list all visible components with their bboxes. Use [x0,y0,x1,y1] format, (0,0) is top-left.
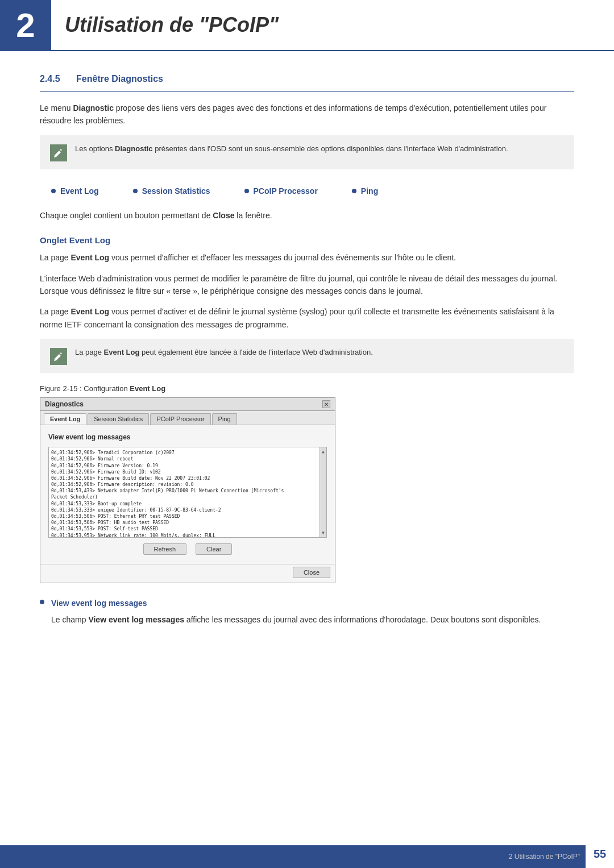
diagnostics-window: Diagnostics ✕ Event Log Session Statisti… [40,397,335,583]
tab-session-statistics[interactable]: Session Statistics [88,413,149,425]
chapter-number-block: 2 [0,0,51,51]
subsection-heading: Onglet Event Log [40,235,574,246]
refresh-button[interactable]: Refresh [143,543,187,555]
log-line-4: 0d,01:34:52,906> Firmware Build ID: v102 [51,469,316,475]
bullet-dot-4 [352,189,356,193]
view-event-text: Le champ View event log messages affiche… [51,613,541,626]
section-heading: 2.4.5 Fenêtre Diagnostics [40,74,574,84]
page-number-badge: 55 [586,840,614,868]
bullet-label-pcoip-processor: PCoIP Processor [254,186,318,196]
log-line-3: 0d,01:34:52,906> Firmware Version: 0.19 [51,463,316,469]
note-box-1: Les options Diagnostic présentes dans l'… [40,135,574,169]
chapter-title-block: Utilisation de "PCoIP" [51,0,614,51]
diag-log-area[interactable]: 0d,01:34:52,906> Teradici Corporation (c… [48,447,327,538]
main-content: 2.4.5 Fenêtre Diagnostics Le menu Diagno… [0,51,614,675]
note-text-2: La page Event Log peut également être la… [75,347,373,358]
bullet-session-stats: Session Statistics [133,186,210,196]
event-log-para2: L'interface Web d'administration vous pe… [40,272,574,298]
tab-pcoip-processor[interactable]: PCoIP Processor [150,413,210,425]
footer-text: 2 Utilisation de "PCoIP" [509,853,580,861]
log-line-10: 0d,01:34:53,333> unique Identifier: 00-1… [51,507,316,513]
diag-footer: Close [40,564,335,583]
note-icon-1 [50,144,67,161]
note-icon-2 [50,348,67,365]
note-text-1: Les options Diagnostic présentes dans l'… [75,143,508,155]
diag-log-container: 0d,01:34:52,906> Teradici Corporation (c… [48,447,327,538]
bullet-dot-3 [244,189,249,193]
bullet-ping: Ping [352,186,378,196]
diag-view-label: View event log messages [48,433,327,441]
note-box-2: La page Event Log peut également être la… [40,339,574,373]
bullet-event-log: Event Log [51,186,99,196]
log-line-8: Packet Scheduler) [51,494,316,500]
section-divider [40,91,574,92]
log-line-2: 0d,01:34:52,906> Normal reboot [51,456,316,462]
log-line-11: 0d,01:34:53,506> POST: Ethernet PHY test… [51,513,316,520]
diag-window-close-button[interactable]: ✕ [322,400,330,408]
chapter-title: Utilisation de "PCoIP" [65,13,279,37]
bullet-dot-1 [51,189,56,193]
intro-paragraph: Le menu Diagnostic propose des liens ver… [40,102,574,127]
log-line-1: 0d,01:34:52,906> Teradici Corporation (c… [51,450,316,456]
diag-titlebar: Diagnostics ✕ [40,398,335,411]
tab-bullet-list: Event Log Session Statistics PCoIP Proce… [40,181,574,201]
bullet-label-session-stats: Session Statistics [142,186,210,196]
pencil-icon [53,148,64,158]
log-line-12: 0d,01:34:53,506> POST: HB audio test PAS… [51,520,316,526]
view-event-title: View event log messages [51,597,541,609]
page-number: 55 [594,848,606,861]
bullet-pcoip-processor: PCoIP Processor [244,186,318,196]
log-line-7: 0d,01:34:53,433> Network adapter Intel(R… [51,488,316,494]
pencil-icon-2 [53,351,64,362]
bullet-label-ping: Ping [361,186,378,196]
diag-action-buttons: Refresh Clear [48,543,327,555]
clear-button[interactable]: Clear [196,543,232,555]
page-header: 2 Utilisation de "PCoIP" [0,0,614,51]
log-line-9: 0d,01:34:53,333> Boot-up complete [51,501,316,507]
figure-caption: Figure 2-15 : Configuration Event Log [40,384,574,393]
log-line-6: 0d,01:34:52,906> Firmware description: r… [51,481,316,488]
section-number-title: 2.4.5 [40,74,60,84]
close-note: Chaque onglet contient un bouton permett… [40,209,574,222]
log-line-14: 0d,01:34:53,953> Network link rate: 100 … [51,533,316,538]
view-event-bullet-dot [40,600,44,604]
scroll-up-arrow[interactable]: ▲ [322,448,325,455]
tab-event-log[interactable]: Event Log [44,413,86,425]
diag-tab-bar: Event Log Session Statistics PCoIP Proce… [40,411,335,425]
tab-ping[interactable]: Ping [212,413,237,425]
close-footer-button[interactable]: Close [293,567,330,578]
bullet-dot-2 [133,189,138,193]
event-log-para1: La page Event Log vous permet d'afficher… [40,251,574,264]
page-footer: 2 Utilisation de "PCoIP" 55 [0,845,614,868]
view-event-content: View event log messages Le champ View ev… [51,597,541,634]
log-line-13: 0d,01:34:53,553> POST: Self-test PASSED [51,526,316,532]
section-title-text: Fenêtre Diagnostics [76,74,163,84]
bullet-label-event-log: Event Log [60,186,99,196]
view-event-log-section: View event log messages Le champ View ev… [40,597,574,634]
subsection-title-event-log: Onglet Event Log [40,235,110,245]
diag-scrollbar[interactable]: ▲ ▼ [320,447,326,537]
diag-log-content: 0d,01:34:52,906> Teradici Corporation (c… [51,450,324,538]
diag-window-title: Diagnostics [45,400,84,408]
event-log-para3: La page Event Log vous permet d'activer … [40,305,574,331]
scroll-down-arrow[interactable]: ▼ [322,530,325,536]
diag-body: View event log messages 0d,01:34:52,906>… [40,425,335,564]
log-line-5: 0d,01:34:52,906> Firmware Build date: No… [51,475,316,481]
chapter-number: 2 [16,9,35,43]
